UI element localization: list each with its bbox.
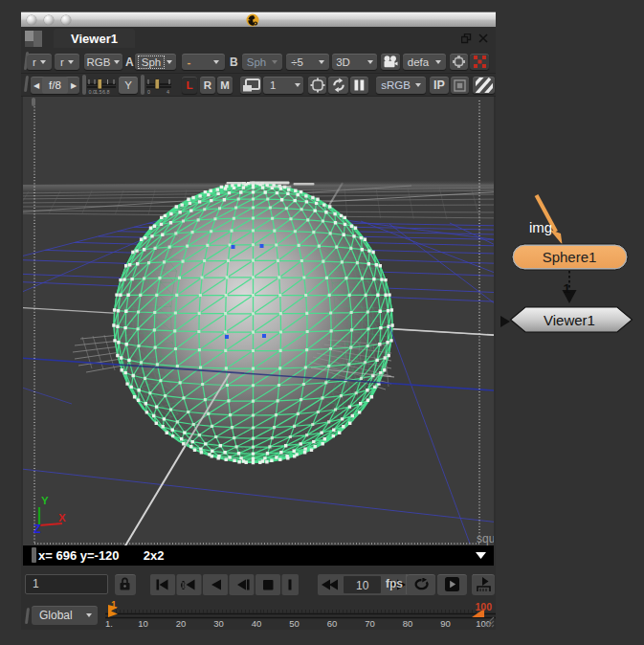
svg-text:1: 1 xyxy=(111,601,117,611)
svg-text:90: 90 xyxy=(440,618,451,629)
svg-text:4: 4 xyxy=(167,89,169,95)
svg-text:60: 60 xyxy=(327,618,338,629)
svg-text:img: img xyxy=(529,219,552,235)
svg-text:30: 30 xyxy=(213,618,224,629)
svg-text:0: 0 xyxy=(147,89,150,95)
svg-text:Y: Y xyxy=(41,495,49,506)
svg-text:20: 20 xyxy=(176,618,187,629)
svg-text:Viewer1: Viewer1 xyxy=(544,312,595,328)
svg-text:80: 80 xyxy=(403,618,413,629)
svg-text:10: 10 xyxy=(356,579,369,592)
svg-text:squ: squ xyxy=(477,532,494,545)
svg-text:Z: Z xyxy=(33,523,41,536)
svg-text:40: 40 xyxy=(252,618,262,629)
svg-text:70: 70 xyxy=(365,618,375,629)
svg-text:X: X xyxy=(58,512,66,523)
svg-text:100: 100 xyxy=(476,601,493,612)
svg-text:1: 1 xyxy=(564,281,571,296)
svg-text:1.5: 1.5 xyxy=(95,89,102,95)
svg-text:Sphere1: Sphere1 xyxy=(543,249,597,265)
svg-text:6.8: 6.8 xyxy=(102,89,110,95)
svg-text:10: 10 xyxy=(138,618,148,629)
svg-text:50: 50 xyxy=(289,618,300,629)
svg-text:1.: 1. xyxy=(105,618,113,629)
